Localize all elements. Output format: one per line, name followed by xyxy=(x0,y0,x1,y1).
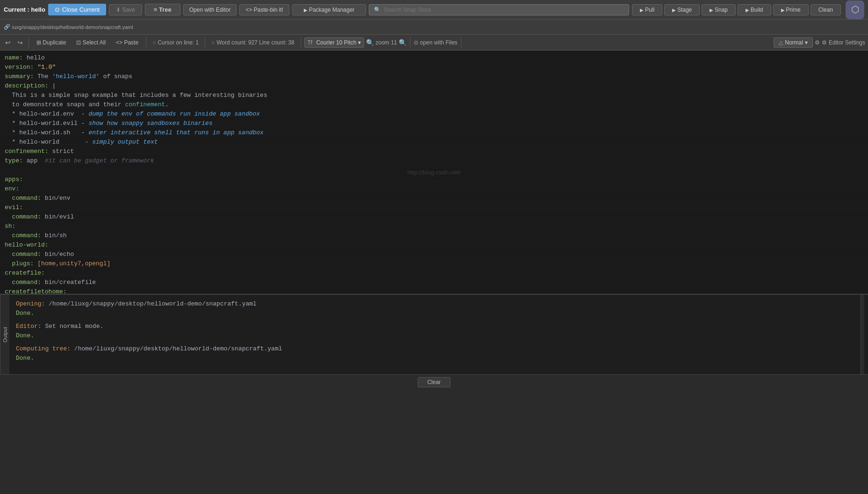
output-line-5: Computing tree: /home/liuxg/snappy/deskt… xyxy=(16,344,861,354)
editor-content: name: hello version: "1.0" summary: The … xyxy=(5,53,863,294)
editor-area[interactable]: http://blog.csdn.net/ name: hello versio… xyxy=(0,51,868,294)
stage-button[interactable]: Stage xyxy=(664,4,700,15)
output-container: Output Opening: /home/liuxg/snappy/deskt… xyxy=(0,294,868,387)
app-icon: ⬡ xyxy=(846,0,864,19)
toolbar-separator-5 xyxy=(410,37,410,48)
font-selector[interactable]: Courier 10 Pitch ▾ xyxy=(304,37,365,48)
paste-icon: <> xyxy=(116,39,124,46)
zoom-out-button[interactable]: 🔍 xyxy=(366,39,374,46)
select-icon: ⊡ xyxy=(76,39,82,46)
normal-select[interactable]: Normal ▾ xyxy=(774,37,813,48)
chevron-down-icon: ▾ xyxy=(358,39,361,46)
tree-button[interactable]: Tree xyxy=(145,4,180,15)
right-action-buttons: Pull Stage Snap Build Prime Clean xyxy=(632,4,841,15)
undo-button[interactable]: ↩ xyxy=(3,37,13,48)
editor-settings-button[interactable]: ⚙ Editor Settings xyxy=(815,39,865,46)
build-button[interactable]: Build xyxy=(738,4,771,15)
search-icon: 🔍 xyxy=(374,7,381,13)
gear-icon: ⚙ xyxy=(822,39,827,46)
toolbar-separator-6 xyxy=(461,37,461,48)
toolbar: ↩ ↪ ⊞ Duplicate ⊡ Select All <> Paste Cu… xyxy=(0,35,868,51)
toolbar-separator-3 xyxy=(205,37,205,48)
redo-button[interactable]: ↪ xyxy=(15,37,25,48)
zoom-in-button[interactable]: 🔍 xyxy=(399,39,407,46)
output-line-2: Done. xyxy=(16,309,861,318)
clean-button[interactable]: Clean xyxy=(811,4,841,15)
filepath: iuxg/snappy/desktop/helloworld-demo/snap… xyxy=(4,24,135,30)
font-name: Courier 10 Pitch xyxy=(316,39,356,46)
clear-button[interactable]: Clear xyxy=(417,377,451,387)
current-label: Current : hello xyxy=(4,6,45,13)
select-all-button[interactable]: ⊡ Select All xyxy=(72,37,110,48)
cursor-info: Cursor on line: 1 xyxy=(150,39,201,46)
package-manager-button[interactable]: Package Manager xyxy=(292,4,366,15)
search-snap-input[interactable] xyxy=(384,7,624,13)
output-wrapper: Output Opening: /home/liuxg/snappy/deskt… xyxy=(0,295,868,374)
open-with-files-button[interactable]: open with Files xyxy=(414,39,458,46)
duplicate-icon: ⊞ xyxy=(36,39,43,46)
zoom-control: 🔍 zoom 11 🔍 xyxy=(366,39,406,46)
output-line-1: Opening: /home/liuxg/snappy/desktop/hell… xyxy=(16,299,861,309)
paste-button[interactable]: <> Paste xyxy=(112,37,143,48)
pastebin-button[interactable]: Paste-bin it! xyxy=(239,4,289,15)
word-count: Word count: 927 Line count: 38 xyxy=(208,39,297,46)
output-line-6: Done. xyxy=(16,354,861,363)
output-line-3: Editor: Set normal mode. xyxy=(16,322,861,331)
output-side-label: Output xyxy=(0,295,9,374)
normal-label: Normal xyxy=(785,39,803,46)
search-snap-container: 🔍 xyxy=(369,4,629,15)
save-button[interactable]: Save xyxy=(109,4,142,15)
output-line-4: Done. xyxy=(16,331,861,341)
snap-button[interactable]: Snap xyxy=(702,4,736,15)
output-content: Opening: /home/liuxg/snappy/desktop/hell… xyxy=(9,295,868,374)
toolbar-separator-4 xyxy=(301,37,301,48)
prime-button[interactable]: Prime xyxy=(773,4,809,15)
toolbar-separator-2 xyxy=(146,37,146,48)
zoom-level: zoom 11 xyxy=(375,39,397,46)
chevron-down-icon-2: ▾ xyxy=(805,39,808,46)
path-bar: iuxg/snappy/desktop/helloworld-demo/snap… xyxy=(0,20,868,35)
open-with-editor-button[interactable]: Open with Editor xyxy=(183,4,237,15)
output-scrollbar[interactable] xyxy=(861,295,864,374)
close-current-button[interactable]: Close Current xyxy=(48,4,106,15)
pull-button[interactable]: Pull xyxy=(632,4,662,15)
duplicate-button[interactable]: ⊞ Duplicate xyxy=(32,37,70,48)
output-bottom-bar: Clear xyxy=(0,374,868,387)
toolbar-separator-1 xyxy=(29,37,29,48)
top-bar: Current : hello Close Current Save Tree … xyxy=(0,0,868,20)
